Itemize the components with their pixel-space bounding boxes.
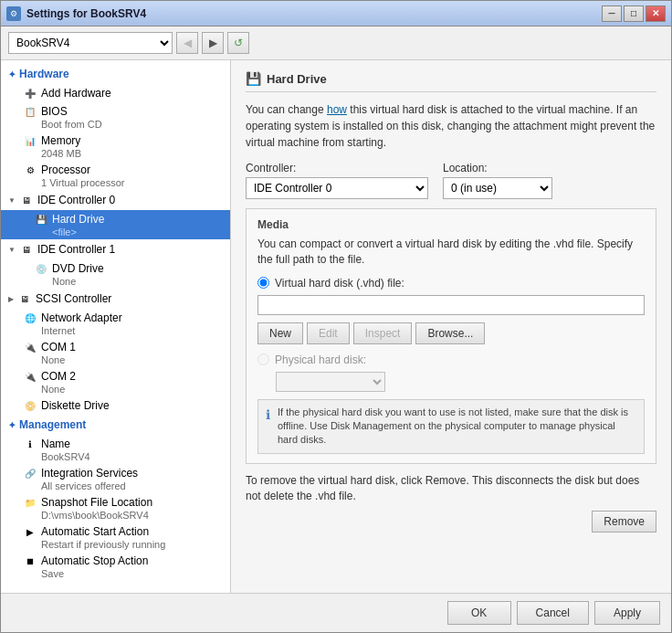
management-section-header: ✦ Management bbox=[1, 415, 230, 435]
auto-start-icon: ▶ bbox=[23, 524, 37, 539]
scsi-icon: 🖥 bbox=[17, 291, 32, 306]
controller-group: Controller: IDE Controller 0 bbox=[246, 162, 428, 199]
sidebar-item-bios[interactable]: 📋 BIOS Boot from CD bbox=[1, 102, 230, 132]
management-section-icon: ✦ bbox=[8, 420, 16, 430]
auto-stop-icon: ⏹ bbox=[23, 554, 37, 568]
processor-icon: ⚙ bbox=[23, 163, 37, 177]
bottom-bar: OK Cancel Apply bbox=[1, 593, 671, 632]
sidebar-item-ide-ctrl-1[interactable]: ▼ 🖥 IDE Controller 1 bbox=[1, 239, 230, 259]
info-text: You can change how this virtual hard dis… bbox=[246, 101, 656, 151]
app-icon: ⚙ bbox=[6, 6, 21, 21]
sidebar-item-com1[interactable]: 🔌 COM 1 None bbox=[1, 338, 230, 367]
cancel-button[interactable]: Cancel bbox=[517, 601, 589, 625]
ok-button[interactable]: OK bbox=[447, 601, 511, 625]
window-controls: ─ □ ✕ bbox=[602, 5, 666, 22]
toolbar: BookSRV4 ◀ ▶ ↺ bbox=[1, 26, 671, 60]
close-button[interactable]: ✕ bbox=[646, 5, 666, 22]
memory-icon: 📊 bbox=[23, 133, 37, 148]
panel-title-icon: 💾 bbox=[246, 71, 261, 86]
sidebar-item-add-hardware[interactable]: ➕ Add Hardware bbox=[1, 84, 230, 102]
sidebar-item-integration[interactable]: 🔗 Integration Services All services offe… bbox=[1, 464, 230, 493]
sidebar-item-scsi-ctrl[interactable]: ▶ 🖥 SCSI Controller bbox=[1, 289, 230, 309]
new-button[interactable]: New bbox=[257, 322, 303, 344]
snapshot-icon: 📁 bbox=[23, 495, 37, 510]
file-input-row bbox=[257, 295, 645, 315]
minimize-button[interactable]: ─ bbox=[602, 5, 622, 22]
title-bar: ⚙ Settings for BookSRV4 ─ □ ✕ bbox=[1, 1, 671, 26]
nav-refresh-button[interactable]: ↺ bbox=[227, 32, 249, 54]
action-buttons: New Edit Inspect Browse... bbox=[257, 322, 645, 344]
sidebar-item-network-adapter[interactable]: 🌐 Network Adapter Internet bbox=[1, 309, 230, 338]
hardware-section-header: ✦ Hardware bbox=[1, 64, 230, 84]
edit-button[interactable]: Edit bbox=[307, 322, 350, 344]
scsi-expand-icon: ▶ bbox=[8, 295, 14, 303]
hard-drive-icon: 💾 bbox=[34, 212, 48, 227]
physical-radio-row: Physical hard disk: bbox=[257, 353, 645, 366]
controller-select[interactable]: IDE Controller 0 bbox=[246, 177, 428, 199]
info-link: how bbox=[327, 103, 347, 116]
com1-icon: 🔌 bbox=[23, 340, 37, 354]
controller-label: Controller: bbox=[246, 162, 428, 174]
browse-button[interactable]: Browse... bbox=[415, 322, 485, 344]
main-panel: 💾 Hard Drive You can change how this vir… bbox=[231, 60, 671, 593]
sidebar-item-snapshot[interactable]: 📁 Snapshot File Location D:\vms\book\Boo… bbox=[1, 493, 230, 522]
sidebar-item-com2[interactable]: 🔌 COM 2 None bbox=[1, 367, 230, 396]
ide1-expand-icon: ▼ bbox=[8, 246, 16, 254]
maximize-button[interactable]: □ bbox=[624, 5, 644, 22]
ide1-icon: 🖥 bbox=[19, 242, 34, 257]
integration-icon: 🔗 bbox=[23, 466, 37, 480]
vhd-radio-label: Virtual hard disk (.vhd) file: bbox=[275, 277, 404, 290]
vm-selector[interactable]: BookSRV4 bbox=[8, 32, 173, 54]
media-title: Media bbox=[257, 218, 645, 231]
network-icon: 🌐 bbox=[23, 311, 37, 325]
diskette-icon: 📀 bbox=[23, 398, 37, 413]
location-group: Location: 0 (in use) bbox=[443, 162, 552, 199]
info-note-icon: ℹ bbox=[266, 406, 270, 425]
add-hardware-icon: ➕ bbox=[23, 86, 37, 100]
vhd-radio[interactable] bbox=[257, 277, 269, 289]
media-description: You can compact or convert a virtual har… bbox=[257, 237, 645, 268]
inspect-button[interactable]: Inspect bbox=[353, 322, 413, 344]
location-select[interactable]: 0 (in use) bbox=[443, 177, 552, 199]
bios-icon: 📋 bbox=[23, 104, 37, 119]
file-path-input[interactable] bbox=[257, 295, 645, 315]
sidebar-item-ide-ctrl-0[interactable]: ▼ 🖥 IDE Controller 0 bbox=[1, 190, 230, 210]
com2-icon: 🔌 bbox=[23, 369, 37, 384]
ide0-expand-icon: ▼ bbox=[8, 196, 16, 205]
sidebar-item-dvd-drive[interactable]: 💿 DVD Drive None bbox=[1, 259, 230, 289]
sidebar: ✦ Hardware ➕ Add Hardware 📋 BIOS Boot fr… bbox=[1, 60, 231, 593]
footer-text: To remove the virtual hard disk, click R… bbox=[246, 473, 656, 504]
physical-radio-label: Physical hard disk: bbox=[275, 353, 366, 366]
sidebar-item-memory[interactable]: 📊 Memory 2048 MB bbox=[1, 132, 230, 161]
info-note-text: If the physical hard disk you want to us… bbox=[278, 406, 636, 448]
nav-forward-button[interactable]: ▶ bbox=[202, 32, 224, 54]
sidebar-item-processor[interactable]: ⚙ Processor 1 Virtual processor bbox=[1, 161, 230, 190]
panel-title: 💾 Hard Drive bbox=[246, 71, 656, 92]
sidebar-item-auto-stop[interactable]: ⏹ Automatic Stop Action Save bbox=[1, 552, 230, 581]
nav-back-button[interactable]: ◀ bbox=[176, 32, 198, 54]
hardware-section-icon: ✦ bbox=[8, 69, 16, 79]
apply-button[interactable]: Apply bbox=[594, 601, 660, 625]
name-icon: ℹ bbox=[23, 437, 37, 451]
media-box: Media You can compact or convert a virtu… bbox=[246, 208, 656, 464]
physical-radio[interactable] bbox=[257, 353, 269, 365]
sidebar-item-auto-start[interactable]: ▶ Automatic Start Action Restart if prev… bbox=[1, 522, 230, 552]
vhd-radio-row: Virtual hard disk (.vhd) file: bbox=[257, 277, 645, 290]
form-row-controller: Controller: IDE Controller 0 Location: 0… bbox=[246, 162, 656, 199]
sidebar-item-hard-drive[interactable]: 💾 Hard Drive <file> bbox=[1, 210, 230, 239]
dvd-icon: 💿 bbox=[34, 261, 48, 276]
sidebar-item-diskette-drive[interactable]: 📀 Diskette Drive bbox=[1, 396, 230, 415]
ide0-icon: 🖥 bbox=[19, 193, 34, 207]
remove-row: Remove bbox=[246, 511, 656, 533]
info-note: ℹ If the physical hard disk you want to … bbox=[257, 399, 645, 454]
physical-disk-select[interactable] bbox=[276, 372, 385, 392]
remove-button[interactable]: Remove bbox=[592, 511, 656, 533]
location-label: Location: bbox=[443, 162, 552, 174]
sidebar-item-name[interactable]: ℹ Name BookSRV4 bbox=[1, 435, 230, 464]
window-title: Settings for BookSRV4 bbox=[26, 7, 146, 20]
